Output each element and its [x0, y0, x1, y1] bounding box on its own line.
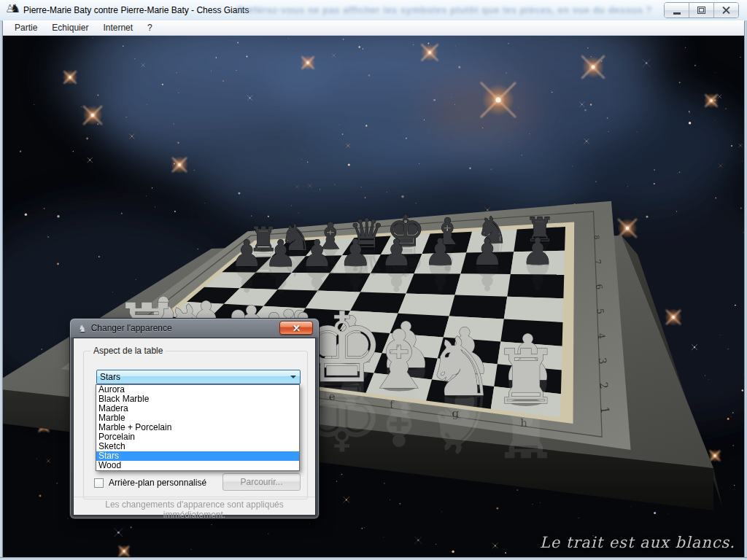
table-aspect-combobox[interactable]: Stars — [96, 370, 301, 384]
dialog-body: Aspect de la table Stars AuroraBlack Mar… — [73, 338, 316, 516]
close-icon — [293, 324, 301, 332]
menubar: PartieEchiquierInternet? — [3, 20, 744, 36]
piece-a7[interactable]: ♟ — [231, 233, 263, 275]
dropdown-item-madera[interactable]: Madera — [96, 404, 299, 413]
app-icon: ♙♞ — [5, 4, 20, 17]
dropdown-item-porcelain[interactable]: Porcelain — [96, 432, 299, 442]
piece-d7[interactable]: ♟ — [339, 232, 372, 274]
piece-g7[interactable]: ♟ — [471, 231, 504, 273]
piece-h1[interactable]: ♜ — [492, 333, 560, 421]
custom-background-row: Arrière-plan personnalisé — [94, 478, 206, 488]
dropdown-item-aurora[interactable]: Aurora — [96, 385, 299, 394]
restore-button[interactable] — [689, 3, 714, 18]
minimize-button[interactable] — [665, 3, 689, 18]
browse-button[interactable]: Parcourir... — [222, 473, 301, 491]
window-border-left — [0, 20, 3, 560]
window-title: Pierre-Marie Baty contre Pierre-Marie Ba… — [23, 5, 249, 15]
dialog-status-text: Les changements d'apparence sont appliqu… — [74, 497, 315, 515]
dropdown-item-stars[interactable]: Stars — [96, 451, 299, 461]
groupbox-label: Aspect de la table — [90, 346, 166, 356]
dropdown-item-black-marble[interactable]: Black Marble — [96, 394, 299, 404]
custom-background-checkbox[interactable] — [94, 478, 104, 488]
menu-item-partie[interactable]: Partie — [7, 21, 44, 34]
window-border-right — [744, 20, 747, 560]
close-icon — [721, 6, 731, 15]
piece-g1[interactable]: ♞ — [424, 320, 497, 414]
checkbox-label: Arrière-plan personnalisé — [109, 478, 206, 488]
dialog-close-button[interactable] — [279, 321, 313, 335]
app-window: abcdefgh12345678♜♞♝♛♚♝♞♜♟♟♟♟♟♟♟♟♟♟♟♟♟♟♟♟… — [0, 0, 747, 560]
restore-icon — [697, 7, 705, 14]
turn-status-text: Le trait est aux blancs. — [540, 534, 735, 551]
window-border-bottom — [0, 557, 747, 560]
ghost-tooltip-text: Préférez-vous ne pas afficher les symbol… — [237, 4, 652, 15]
dropdown-item-marble[interactable]: Marble — [96, 413, 299, 423]
menu-item-[interactable]: ? — [140, 21, 160, 34]
combobox-value: Stars — [100, 372, 120, 382]
chevron-down-icon — [287, 371, 299, 383]
table-aspect-dropdown-list: AuroraBlack MarbleMaderaMarbleMarble + P… — [96, 384, 300, 471]
titlebar[interactable]: ♙♞ Pierre-Marie Baty contre Pierre-Marie… — [0, 0, 747, 21]
piece-e7[interactable]: ♟ — [380, 232, 413, 274]
dialog-titlebar[interactable]: ♞ Changer l'apparence — [70, 319, 319, 338]
board-square[interactable] — [504, 297, 564, 322]
close-button[interactable] — [714, 3, 738, 18]
dropdown-item-marble-porcelain[interactable]: Marble + Porcelain — [96, 423, 299, 432]
piece-c7[interactable]: ♟ — [301, 233, 333, 275]
menu-item-echiquier[interactable]: Echiquier — [44, 21, 96, 34]
window-controls — [664, 2, 739, 18]
appearance-dialog: ♞ Changer l'apparence Aspect de la table… — [70, 319, 319, 518]
minimize-icon — [673, 12, 681, 15]
menu-item-internet[interactable]: Internet — [96, 21, 140, 34]
dropdown-item-wood[interactable]: Wood — [96, 461, 299, 470]
dialog-icon: ♞ — [78, 323, 87, 334]
dialog-title: Changer l'apparence — [91, 323, 172, 333]
piece-h7[interactable]: ♟ — [522, 230, 554, 273]
piece-b7[interactable]: ♟ — [265, 233, 298, 275]
piece-f7[interactable]: ♟ — [424, 231, 457, 273]
dropdown-item-sketch[interactable]: Sketch — [96, 442, 299, 451]
